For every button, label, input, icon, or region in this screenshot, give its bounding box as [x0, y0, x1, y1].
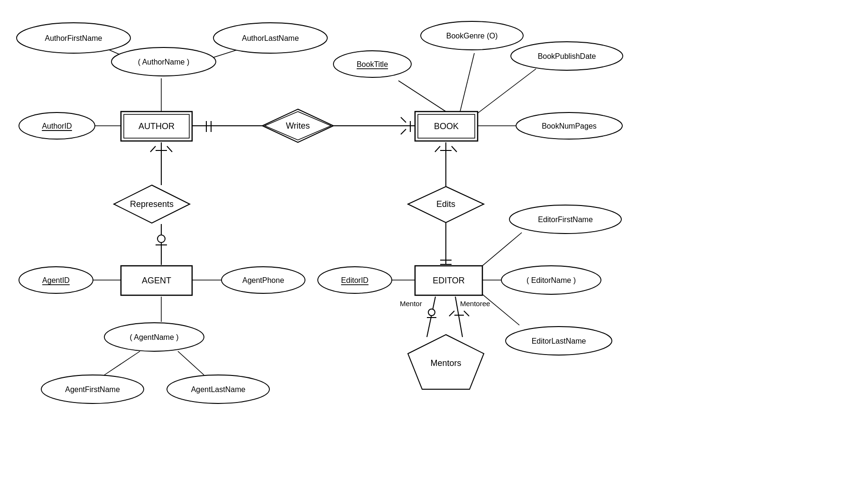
book-label: BOOK [434, 122, 459, 131]
author-firstname-label: AuthorFirstName [45, 34, 102, 42]
book-numpages-label: BookNumPages [542, 122, 597, 130]
agent-lastname-label: AgentLastName [191, 385, 246, 393]
author-name-label: ( AuthorName ) [138, 58, 189, 66]
mentoree-label: Mentoree [460, 300, 490, 308]
svg-line-23 [427, 297, 435, 337]
svg-line-20 [477, 233, 522, 271]
writes-label: Writes [286, 121, 310, 131]
svg-line-6 [398, 81, 446, 112]
svg-line-29 [401, 129, 406, 134]
author-lastname-label: AuthorLastName [242, 34, 299, 42]
svg-line-15 [104, 351, 140, 375]
er-diagram: Mentor Mentoree AUTHOR BOOK AGENT EDITOR… [0, 0, 868, 487]
svg-line-16 [178, 351, 204, 375]
editor-label: EDITOR [433, 276, 465, 285]
agent-firstname-label: AgentFirstName [65, 385, 120, 393]
editor-lastname-label: EditorLastName [532, 337, 586, 345]
svg-point-40 [428, 309, 435, 316]
editor-name-label: ( EditorName ) [526, 276, 576, 284]
agent-label: AGENT [142, 276, 171, 285]
book-genre-label: BookGenre (O) [446, 32, 498, 40]
agent-name-label: ( AgentName ) [129, 333, 178, 341]
edits-label: Edits [436, 199, 455, 209]
svg-point-33 [157, 235, 165, 243]
book-title-label: BookTitle [357, 60, 388, 68]
editor-id-label: EditorID [341, 276, 369, 284]
svg-line-43 [464, 311, 469, 316]
agent-phone-label: AgentPhone [242, 276, 284, 284]
svg-line-28 [401, 117, 406, 122]
mentor-label: Mentor [400, 300, 422, 308]
book-publishdate-label: BookPublishDate [538, 52, 596, 60]
svg-line-42 [449, 311, 454, 316]
author-id-label: AuthorID [42, 122, 72, 130]
mentors-label: Mentors [430, 358, 461, 368]
svg-line-35 [435, 146, 440, 152]
svg-line-7 [460, 53, 474, 112]
svg-line-31 [167, 146, 172, 152]
editor-firstname-label: EditorFirstName [538, 215, 593, 224]
agent-id-label: AgentID [42, 276, 70, 284]
svg-line-36 [452, 146, 457, 152]
represents-label: Represents [130, 199, 174, 209]
svg-line-8 [477, 69, 536, 114]
svg-line-30 [150, 146, 156, 152]
author-label: AUTHOR [139, 122, 175, 131]
